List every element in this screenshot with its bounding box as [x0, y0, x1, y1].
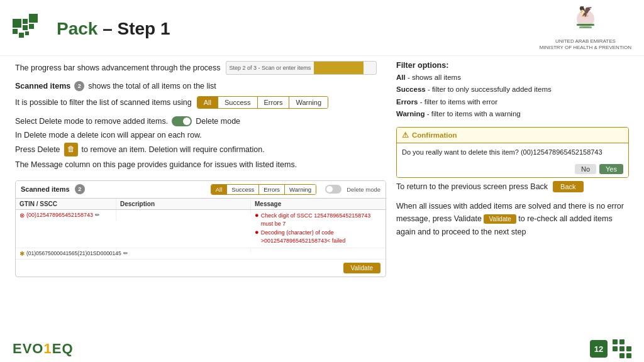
delete-line-2: In Delete mode a delete icon will appear…	[15, 129, 202, 141]
progress-row: The progress bar shows advancement throu…	[15, 61, 384, 75]
filter-option-success: Success - filter to only successfully ad…	[396, 84, 629, 96]
svg-rect-2	[29, 14, 38, 23]
error-msg-1a: ● Check digit of SSCC 125478965452158743…	[255, 212, 382, 229]
progress-step-label: Step 2 of 3 - Scan or enter items	[226, 65, 314, 71]
table-filter-tabs[interactable]: All Success Errors Warning	[211, 184, 316, 195]
validate-button-inline[interactable]: Validate	[484, 214, 516, 224]
gtin-value-2: ✱ (01)05675000041565(21)01SD0000145 ✏	[19, 250, 112, 257]
back-row: To return to the previous screen press B…	[396, 180, 629, 194]
svg-rect-3	[13, 29, 18, 34]
filter-tab-success[interactable]: Success	[218, 97, 258, 108]
evoteq-logo: EVO1EQ	[13, 341, 74, 357]
svg-rect-1	[23, 19, 28, 24]
cell-desc-1	[116, 210, 251, 214]
filter-option-errors: Errors - filter to items with error	[396, 96, 629, 109]
scanned-badge: 2	[74, 81, 84, 91]
confirmation-title: Confirmation	[412, 131, 457, 139]
table-tab-all[interactable]: All	[211, 185, 228, 194]
cell-gtin-1: ⊗ (00)125478965452158743 ✏	[16, 210, 116, 221]
col-message: Message	[251, 199, 386, 209]
table-tab-success[interactable]: Success	[227, 185, 259, 194]
table-row: ⊗ (00)125478965452158743 ✏ ● Check digit…	[16, 210, 386, 248]
page-title: Pack – Step 1	[57, 19, 170, 39]
right-column: Filter options: All - shows all items Su…	[396, 61, 629, 178]
back-text: To return to the previous screen press B…	[396, 180, 548, 194]
delete-line-1: Select Delete mode to remove added items…	[15, 115, 240, 128]
cell-gtin-2: ✱ (01)05675000041565(21)01SD0000145 ✏	[16, 248, 116, 259]
svg-rect-4	[23, 25, 28, 30]
confirmation-buttons: No Yes	[397, 161, 628, 177]
table-row: ✱ (01)05675000041565(21)01SD0000145 ✏	[16, 248, 386, 260]
filter-tab-warning[interactable]: Warning	[289, 97, 328, 108]
delete-line-3a: Press Delete	[15, 143, 60, 156]
confirmation-body: Do you really want to delete this item? …	[397, 143, 628, 161]
corner-dots	[613, 339, 631, 358]
table-scanned-label: Scanned items	[21, 185, 70, 193]
filter-tabs[interactable]: All Success Errors Warning	[197, 96, 328, 109]
delete-line-1-text: Select Delete mode to remove added items…	[15, 115, 168, 128]
confirm-no-button[interactable]: No	[575, 164, 596, 174]
left-column: The progress bar shows advancement throu…	[15, 61, 384, 178]
table-delete-toggle[interactable]	[325, 185, 341, 194]
filter-options-box: Filter options: All - shows all items Su…	[396, 61, 629, 121]
table-tab-errors[interactable]: Errors	[259, 185, 285, 194]
svg-rect-0	[13, 19, 21, 28]
delete-line-3: Press Delete 🗑 to remove an item. Deleti…	[15, 143, 265, 156]
confirm-yes-button[interactable]: Yes	[599, 164, 623, 174]
validate-button-table[interactable]: Validate	[343, 263, 380, 273]
footer: EVO1EQ 12	[0, 336, 644, 362]
table-scanned-badge: 2	[75, 184, 85, 194]
table-delete-label: Delete mode	[347, 186, 380, 193]
uae-emblem: 🦅	[570, 6, 601, 36]
scanned-label: Scanned items	[15, 82, 70, 90]
table-tab-warning[interactable]: Warning	[285, 185, 316, 194]
app-logo	[13, 14, 50, 44]
svg-rect-7	[25, 31, 29, 35]
svg-rect-6	[19, 33, 24, 38]
filter-options-title: Filter options:	[396, 61, 629, 70]
bottom-section: Scanned items 2 All Success Errors Warni…	[15, 180, 629, 277]
delete-line-3b: to remove an item. Deletion will require…	[82, 143, 265, 156]
filter-tab-errors[interactable]: Errors	[258, 97, 290, 108]
svg-rect-10	[577, 24, 594, 26]
right-instructions: To return to the previous screen press B…	[396, 180, 629, 277]
col-description: Description	[116, 199, 251, 209]
table-validate-row: Validate	[16, 260, 386, 277]
warning-icon: ⚠	[402, 131, 409, 140]
message-row: The Message column on this page provides…	[15, 160, 384, 169]
scanned-desc: shows the total of all items on the list	[88, 82, 216, 90]
progress-bar-widget: Step 2 of 3 - Scan or enter items	[226, 61, 377, 75]
delete-mode-label: Delete mode	[196, 115, 240, 128]
top-section: The progress bar shows advancement throu…	[15, 61, 629, 178]
uae-logo: 🦅 UNITED ARAB EMIRATES MINISTRY OF HEALT…	[540, 6, 631, 52]
filter-tab-all[interactable]: All	[197, 97, 218, 108]
progress-fill	[314, 62, 364, 74]
back-button[interactable]: Back	[553, 181, 583, 192]
filter-option-all: All - shows all items	[396, 72, 629, 84]
cell-desc-2	[116, 248, 251, 252]
scanned-row: Scanned items 2 shows the total of all i…	[15, 81, 384, 91]
delete-icon-box[interactable]: 🗑	[64, 143, 78, 156]
filter-row: It is possible to filter the list of sca…	[15, 96, 384, 109]
table-widget-header: Scanned items 2 All Success Errors Warni…	[16, 181, 386, 199]
gtin-value-1: ⊗ (00)125478965452158743 ✏	[19, 212, 112, 219]
col-gtin: GTIN / SSCC	[16, 199, 116, 209]
page-number: 12	[590, 340, 608, 358]
svg-rect-5	[29, 24, 34, 29]
footer-right: 12	[590, 339, 631, 358]
delete-row: Select Delete mode to remove added items…	[15, 115, 384, 156]
uae-text: UNITED ARAB EMIRATES MINISTRY OF HEALTH …	[540, 38, 631, 52]
validate-description: When all issues with added items are sol…	[396, 200, 629, 239]
confirmation-box: ⚠ Confirmation Do you really want to del…	[396, 127, 629, 178]
progress-text: The progress bar shows advancement throu…	[15, 63, 221, 72]
cell-msg-2	[251, 248, 386, 252]
cell-msg-1: ● Check digit of SSCC 125478965452158743…	[251, 210, 386, 248]
table-widget: Scanned items 2 All Success Errors Warni…	[15, 180, 386, 277]
filter-intro: It is possible to filter the list of sca…	[15, 98, 192, 107]
header: Pack – Step 1 🦅 UNITED ARAB EMIRATES MIN…	[0, 0, 644, 56]
confirmation-header: ⚠ Confirmation	[397, 128, 628, 143]
delete-mode-toggle[interactable]	[172, 116, 192, 126]
table-header-row: GTIN / SSCC Description Message	[16, 199, 386, 210]
main-content: The progress bar shows advancement throu…	[0, 56, 644, 362]
svg-rect-11	[579, 26, 592, 28]
